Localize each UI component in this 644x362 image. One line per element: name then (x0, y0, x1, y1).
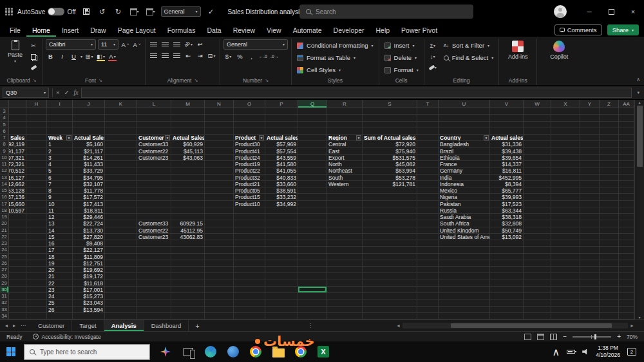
cell-N20[interactable] (205, 220, 234, 227)
column-header-N[interactable]: N (205, 100, 234, 108)
cell-W24[interactable] (524, 247, 551, 253)
redo-button[interactable]: ↻ (113, 6, 124, 17)
cell-N33[interactable] (205, 307, 234, 313)
cell-T21[interactable] (417, 227, 439, 234)
cell-M26[interactable] (171, 260, 205, 267)
cell-X12[interactable] (551, 167, 580, 174)
cell-L23[interactable] (137, 240, 171, 247)
cell-X4[interactable] (551, 115, 580, 121)
cell-N28[interactable] (205, 273, 234, 280)
orientation-button[interactable]: ab▾ (184, 39, 193, 49)
cell-X29[interactable] (551, 280, 580, 287)
cell-W34[interactable] (524, 313, 551, 319)
cell-L4[interactable] (137, 115, 171, 121)
task-view-icon[interactable] (181, 345, 195, 359)
cell-I30[interactable]: 23 (47, 287, 73, 293)
row-header-24[interactable]: 24 (0, 247, 9, 253)
filter-button-icon[interactable]: ▾ (484, 135, 489, 140)
row-header-33[interactable]: 33 (0, 307, 9, 313)
column-header-P[interactable]: P (265, 100, 298, 108)
cell-Y15[interactable] (580, 187, 600, 194)
select-all-corner[interactable] (0, 100, 9, 108)
confirm-entry-button[interactable]: ✓ (64, 89, 70, 96)
cell-W3[interactable] (524, 108, 551, 115)
row-header-9[interactable]: 9 (0, 148, 9, 155)
cell-P15[interactable]: $38,591 (265, 187, 298, 194)
cell-Q8[interactable] (298, 141, 327, 148)
row-header-32[interactable]: 32 (0, 300, 9, 306)
cell-N17[interactable] (205, 201, 234, 207)
cell-X25[interactable] (551, 254, 580, 260)
cell-Q19[interactable] (298, 214, 327, 220)
cell-K33[interactable] (105, 307, 137, 313)
cell-M24[interactable] (171, 247, 205, 253)
cell-K25[interactable] (105, 254, 137, 260)
cell-V19[interactable]: $38,318 (490, 214, 524, 220)
tab-insert[interactable]: Insert (56, 23, 84, 37)
cell-K19[interactable] (105, 214, 137, 220)
cell-X5[interactable] (551, 122, 580, 128)
cell-AA6[interactable] (619, 128, 634, 135)
cell-J27[interactable]: $19,692 (73, 267, 105, 273)
cell-M14[interactable] (171, 181, 205, 187)
cell-AA11[interactable] (619, 161, 634, 167)
cell-X17[interactable] (551, 201, 580, 207)
cell-N4[interactable] (205, 115, 234, 121)
format-painter-button[interactable] (28, 63, 39, 72)
cell-S26[interactable] (363, 260, 417, 267)
cell-I33[interactable]: 26 (47, 307, 73, 313)
cell-R29[interactable] (327, 280, 363, 287)
cell-M8[interactable]: $60,929 (171, 141, 205, 148)
cell-M23[interactable] (171, 240, 205, 247)
cell-X14[interactable] (551, 181, 580, 187)
cell-Z6[interactable] (600, 128, 619, 135)
row-header-15[interactable]: 15 (0, 187, 9, 194)
cell-Q6[interactable] (298, 128, 327, 135)
column-header-I[interactable]: I (47, 100, 73, 108)
cell-R15[interactable] (327, 187, 363, 194)
cell-Y14[interactable] (580, 181, 600, 187)
cell-W30[interactable] (524, 287, 551, 293)
autosum-button[interactable]: Σ▾ (428, 41, 438, 50)
cell-N9[interactable] (205, 148, 234, 155)
cell-Z32[interactable] (600, 300, 619, 306)
cell-N27[interactable] (205, 267, 234, 273)
cell-R10[interactable]: Export (327, 155, 363, 161)
cell-AA8[interactable] (619, 141, 634, 148)
cell-S3[interactable] (363, 108, 417, 115)
cell-S15[interactable] (363, 187, 417, 194)
cell-M25[interactable] (171, 254, 205, 260)
cell-J9[interactable]: $21,117 (73, 148, 105, 155)
cell-T22[interactable] (417, 234, 439, 240)
cell-Y28[interactable] (580, 273, 600, 280)
cell-M6[interactable] (171, 128, 205, 135)
cell-P7[interactable]: Actual sales (265, 135, 298, 141)
cell-K16[interactable] (105, 194, 137, 200)
cell-R33[interactable] (327, 307, 363, 313)
cell-N31[interactable] (205, 293, 234, 300)
format-as-table-button[interactable]: Format as Table▾ (295, 52, 375, 64)
cell-AA15[interactable] (619, 187, 634, 194)
cell-Q13[interactable] (298, 175, 327, 181)
cell-AA14[interactable] (619, 181, 634, 187)
cell-Q34[interactable] (298, 313, 327, 319)
cell-Z20[interactable] (600, 220, 619, 227)
cell-AA20[interactable] (619, 220, 634, 227)
column-header-G[interactable] (9, 100, 26, 108)
tab-formulas[interactable]: Formulas (162, 23, 202, 37)
align-left-button[interactable] (149, 51, 158, 61)
font-size-combo[interactable]: 11▾ (98, 39, 118, 50)
page-layout-view-button[interactable] (537, 334, 544, 340)
cell-V17[interactable]: $17,523 (490, 201, 524, 207)
cell-U33[interactable] (439, 307, 490, 313)
cell-J6[interactable] (73, 128, 105, 135)
autosave-toggle[interactable]: AutoSave Off (17, 8, 76, 15)
cell-R20[interactable] (327, 220, 363, 227)
cell-V7[interactable]: Actual sales (490, 135, 524, 141)
cell-I18[interactable]: 11 (47, 207, 73, 214)
cell-K24[interactable] (105, 247, 137, 253)
row-header-26[interactable]: 26 (0, 260, 9, 267)
cell-M33[interactable] (171, 307, 205, 313)
cell-H24[interactable] (26, 247, 47, 253)
cell-P4[interactable] (265, 115, 298, 121)
